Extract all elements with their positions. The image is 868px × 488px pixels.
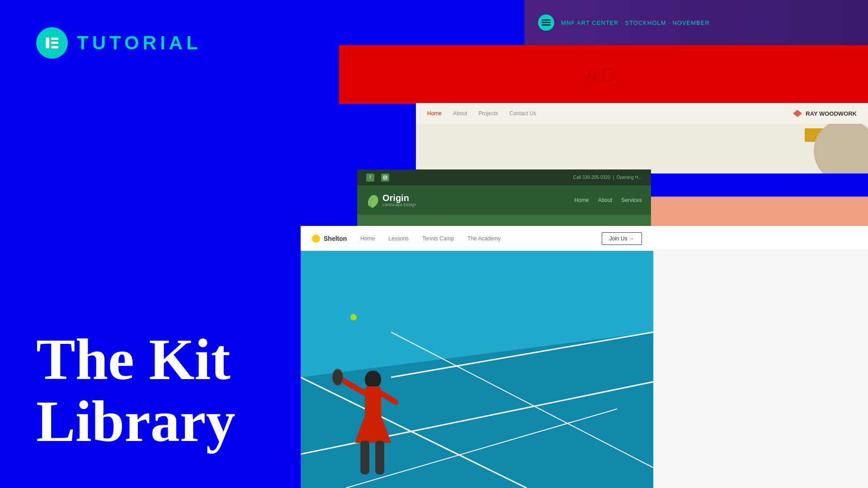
tennis-ball bbox=[350, 314, 357, 320]
woodwork-brand: RAY WOODWORK bbox=[793, 110, 857, 117]
tennis-right-nav bbox=[653, 226, 868, 251]
svg-rect-5 bbox=[542, 22, 551, 23]
woodwork-nav-projects: Projects bbox=[478, 110, 498, 117]
tennis-right-content bbox=[653, 251, 868, 488]
origin-instagram-icon bbox=[381, 174, 389, 182]
svg-rect-23 bbox=[375, 441, 384, 474]
origin-nav: Origin Landscape Design Home About Servi… bbox=[357, 185, 651, 215]
origin-logo: Origin Landscape Design bbox=[366, 192, 416, 208]
tennis-nav-lessons: Lessons bbox=[388, 235, 409, 242]
svg-rect-0 bbox=[46, 38, 49, 48]
tennis-join-button[interactable]: Join Us → bbox=[602, 232, 642, 245]
tennis-brand: Shelton bbox=[312, 235, 347, 243]
svg-line-19 bbox=[341, 380, 365, 393]
origin-logo-name: Origin Landscape Design bbox=[382, 193, 416, 207]
origin-nav-items: Home About Services bbox=[575, 197, 642, 203]
origin-call-text: Call 330-205-0320 | Opening H... bbox=[573, 175, 642, 180]
svg-rect-1 bbox=[51, 38, 58, 40]
header: TUTORIAL bbox=[36, 27, 202, 59]
svg-point-20 bbox=[332, 369, 343, 385]
svg-rect-22 bbox=[360, 441, 369, 474]
svg-rect-2 bbox=[51, 42, 58, 44]
svg-point-9 bbox=[386, 176, 387, 177]
purple-event-text: MNF ART CENTER · STOCKHOLM · NOVEMBER bbox=[561, 19, 710, 26]
title-line1: The Kit bbox=[36, 328, 307, 390]
origin-nav-home: Home bbox=[575, 197, 589, 203]
tennis-nav-home: Home bbox=[360, 235, 375, 242]
title-line2: Library bbox=[36, 390, 307, 452]
svg-rect-4 bbox=[542, 19, 551, 21]
tennis-brand-dot bbox=[312, 235, 320, 243]
origin-nav-services: Services bbox=[621, 197, 642, 203]
tennis-brand-name: Shelton bbox=[324, 235, 347, 242]
svg-rect-6 bbox=[542, 24, 551, 26]
origin-logo-icon bbox=[366, 192, 380, 208]
tennis-nav-academy: The Academy bbox=[467, 235, 500, 242]
tennis-player-silhouette bbox=[328, 343, 418, 479]
origin-top-bar: f Call 330-205-0320 | Opening H... bbox=[357, 169, 651, 185]
card-purple: MNF ART CENTER · STOCKHOLM · NOVEMBER bbox=[524, 0, 868, 45]
card-green-origin: f Call 330-205-0320 | Opening H... Origi… bbox=[357, 169, 651, 230]
card-red: AD. bbox=[339, 45, 868, 104]
card-tennis: Shelton Home Lessons Tennis Camp The Aca… bbox=[301, 226, 653, 488]
woodwork-brand-text: RAY WOODWORK bbox=[806, 110, 857, 117]
tennis-court-image bbox=[301, 251, 653, 488]
card-tennis-right-white bbox=[653, 226, 868, 488]
woodwork-content bbox=[416, 124, 868, 174]
woodwork-nav-about: About bbox=[453, 110, 467, 117]
origin-nav-about: About bbox=[598, 197, 612, 203]
svg-rect-3 bbox=[51, 46, 58, 48]
svg-rect-18 bbox=[365, 386, 381, 418]
ad-text: AD. bbox=[584, 62, 624, 87]
card-beige-woodwork: Home About Projects Contact Us RAY WOODW… bbox=[416, 103, 868, 173]
purple-menu-icon bbox=[538, 14, 554, 31]
woodwork-nav-home: Home bbox=[427, 110, 442, 117]
woodwork-nav: Home About Projects Contact Us RAY WOODW… bbox=[416, 103, 868, 124]
svg-line-21 bbox=[381, 393, 396, 402]
tutorial-logo-text: TUTORIAL bbox=[77, 32, 202, 54]
main-title: The Kit Library bbox=[36, 328, 307, 452]
woodwork-nav-contact: Contact Us bbox=[509, 110, 536, 117]
svg-point-8 bbox=[384, 177, 386, 178]
tennis-nav: Shelton Home Lessons Tennis Camp The Aca… bbox=[301, 226, 653, 251]
woodwork-circle-accent bbox=[814, 124, 868, 174]
origin-facebook-icon: f bbox=[366, 174, 374, 182]
svg-point-17 bbox=[365, 371, 381, 389]
elementor-logo-icon bbox=[36, 27, 68, 59]
tennis-nav-camp: Tennis Camp bbox=[422, 235, 454, 242]
